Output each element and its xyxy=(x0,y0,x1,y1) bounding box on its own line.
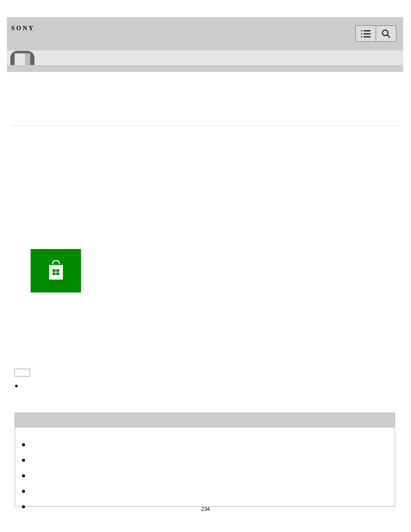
svg-rect-4 xyxy=(56,269,59,272)
menu-button[interactable] xyxy=(355,25,376,42)
store-bag-icon xyxy=(46,259,66,283)
folder-icon xyxy=(10,51,34,65)
search-button[interactable] xyxy=(376,25,396,42)
table-body xyxy=(15,427,395,506)
table-header xyxy=(15,413,395,427)
list-item[interactable] xyxy=(22,468,388,483)
content-divider xyxy=(11,125,399,126)
list-item[interactable] xyxy=(22,437,388,452)
note-bullet xyxy=(15,385,18,387)
list-item[interactable] xyxy=(22,452,388,468)
svg-rect-6 xyxy=(56,272,59,275)
svg-rect-3 xyxy=(53,269,56,272)
related-topics-table xyxy=(15,413,395,507)
sub-header-bar xyxy=(7,50,403,65)
header-bottom-strip xyxy=(7,65,403,72)
windows-store-tile[interactable] xyxy=(31,249,81,292)
page-number: 234 xyxy=(0,506,411,512)
svg-line-1 xyxy=(387,35,390,37)
note-label-box xyxy=(14,369,30,376)
svg-point-0 xyxy=(383,30,388,36)
list-icon xyxy=(361,30,371,37)
svg-rect-5 xyxy=(53,272,56,275)
search-icon xyxy=(381,29,391,38)
svg-rect-2 xyxy=(49,265,63,280)
brand-logo: SONY xyxy=(11,25,35,32)
list-item[interactable] xyxy=(22,483,388,499)
header-bar: SONY xyxy=(7,17,403,50)
